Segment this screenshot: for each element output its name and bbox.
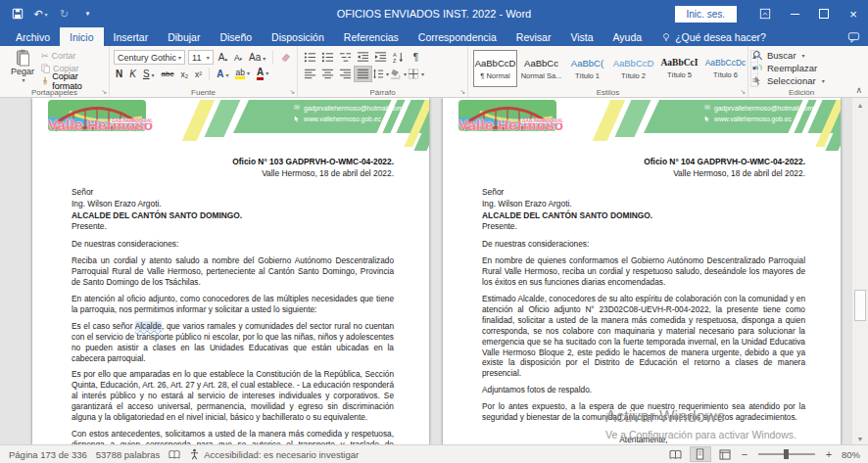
clear-formatting-button[interactable]	[278, 52, 293, 63]
scroll-down-icon[interactable]: ▼	[852, 432, 868, 445]
grow-font-button[interactable]: A▴	[217, 52, 229, 63]
tell-me-box[interactable]: ¿Qué desea hacer?	[651, 27, 776, 46]
align-center-button[interactable]	[319, 67, 336, 81]
oficio-number: Oficio N° 104 GADPRVH-O-WMC-04-2022.	[482, 157, 805, 166]
font-size-select[interactable]: 11▾	[188, 50, 214, 65]
clipboard-dialog-launcher[interactable]: ↘	[101, 88, 107, 96]
minimize-button[interactable]	[780, 0, 809, 27]
font-dialog-launcher[interactable]: ↘	[289, 88, 295, 96]
tab-referencias[interactable]: Referencias	[334, 27, 409, 46]
select-button[interactable]: Seleccionar▾	[752, 74, 850, 87]
tab-correspondencia[interactable]: Correspondencia	[409, 27, 506, 46]
align-left-button[interactable]	[302, 67, 318, 81]
comments-icon[interactable]	[847, 27, 860, 46]
shading-button[interactable]: ▾	[390, 67, 407, 81]
format-painter-button[interactable]: Copiar formato	[41, 75, 105, 86]
replace-button[interactable]: ab Reemplazar	[752, 62, 850, 74]
italic-button[interactable]: K	[127, 69, 138, 79]
customize-qat-icon[interactable]: ▾	[80, 7, 95, 21]
highlight-color-button[interactable]: ab▾	[233, 69, 251, 80]
bullets-button[interactable]	[302, 50, 318, 65]
page-indicator[interactable]: Página 173 de 336	[9, 449, 87, 460]
zoom-level[interactable]: 80%	[842, 449, 860, 460]
underline-button[interactable]: S▾	[141, 69, 157, 79]
style-normal-sa[interactable]: AaBbCcNormal Sa...	[519, 50, 563, 87]
tab-inicio[interactable]: Inicio	[60, 27, 104, 46]
document-page-1[interactable]: ✉gadprvallehermoso@hotmail.com www.valle…	[32, 98, 429, 445]
font-name-select[interactable]: Century Gothic▾	[114, 50, 185, 65]
shading-bucket-icon	[390, 68, 402, 80]
paragraph: En nombre de quienes conformamos el Gobi…	[482, 255, 805, 288]
style-titulo-5[interactable]: AaBbCcITítulo 5	[657, 50, 701, 87]
group-paragraph: AZ ¶ ▾ ▾ ▾ Párrafo ↘	[298, 46, 468, 97]
align-right-button[interactable]	[337, 67, 354, 81]
scissors-icon: ✂	[41, 51, 49, 61]
quick-access-toolbar: ↶▾ ↻ ▾	[0, 7, 95, 21]
sort-button[interactable]: AZ	[390, 50, 407, 65]
show-marks-button[interactable]: ¶	[408, 50, 424, 65]
save-icon[interactable]	[10, 7, 24, 21]
ribbon: Pegar ▾ ✂Cortar Copiar Copiar formato Po…	[0, 46, 868, 98]
tab-vista[interactable]: Vista	[560, 27, 603, 46]
zoom-slider-thumb[interactable]	[784, 449, 789, 459]
web-layout-icon[interactable]	[715, 447, 735, 461]
multilevel-list-button[interactable]	[337, 50, 354, 65]
close-button[interactable]: ×	[839, 0, 868, 27]
numbering-button[interactable]	[319, 50, 336, 65]
bold-button[interactable]: N	[114, 69, 124, 79]
print-layout-icon[interactable]	[691, 447, 710, 461]
subscript-button[interactable]: x₂	[179, 69, 191, 79]
sign-in-button[interactable]: Inic. ses.	[675, 6, 737, 23]
zoom-out-button[interactable]: −	[740, 448, 749, 460]
replace-icon: ab	[752, 63, 763, 73]
read-mode-icon[interactable]	[666, 447, 686, 461]
font-color-button[interactable]: A▾	[255, 68, 270, 80]
style-titulo-6[interactable]: AaBbCcDcTítulo 6	[703, 50, 747, 87]
collapse-ribbon-icon[interactable]: ∧	[855, 85, 862, 95]
style-titulo-1[interactable]: AaBbC(Título 1	[565, 50, 609, 87]
tab-revisar[interactable]: Revisar	[506, 27, 561, 46]
cut-button[interactable]: ✂Cortar	[41, 50, 105, 61]
strikethrough-button[interactable]: abc	[160, 69, 176, 78]
zoom-slider[interactable]	[758, 453, 815, 455]
scrollbar-thumb[interactable]	[854, 290, 866, 321]
tab-archivo[interactable]: Archivo	[6, 27, 60, 46]
ribbon-display-options-icon[interactable]	[750, 0, 780, 27]
paste-button[interactable]: Pegar ▾	[4, 49, 41, 86]
tab-insertar[interactable]: Insertar	[104, 27, 159, 46]
letterhead-web: www.vallehermoso.gob.ec	[714, 116, 792, 122]
style-normal[interactable]: AaBbCcD¶ Normal	[473, 50, 517, 87]
document-page-2[interactable]: ✉gadprvallehermoso@hotmail.com www.valle…	[443, 98, 841, 445]
zoom-in-button[interactable]: +	[824, 448, 834, 460]
styles-dialog-launcher[interactable]: ↘	[740, 88, 746, 96]
tab-diseno[interactable]: Diseño	[210, 27, 262, 46]
tab-disposicion[interactable]: Disposición	[262, 27, 334, 46]
line-spacing-button[interactable]: ▾	[372, 67, 389, 81]
accessibility-status[interactable]: Accesibilidad: es necesario investigar	[189, 448, 359, 460]
tab-dibujar[interactable]: Dibujar	[158, 27, 210, 46]
style-titulo-2[interactable]: AaBbCcDTítulo 2	[611, 50, 655, 87]
status-bar-right: − + 80%	[666, 447, 868, 461]
paragraph: Es por ello que amparadas en lo que esta…	[72, 369, 394, 423]
restore-button[interactable]	[809, 0, 839, 27]
proofing-icon[interactable]	[169, 449, 180, 460]
group-clipboard: Pegar ▾ ✂Cortar Copiar Copiar formato Po…	[0, 46, 110, 97]
change-case-button[interactable]: Aa▾	[247, 52, 267, 63]
letterhead-logo: Valle Hermoso GAD PARROQUIAL	[48, 100, 197, 151]
tab-ayuda[interactable]: Ayuda	[603, 27, 652, 46]
decrease-indent-button[interactable]	[355, 50, 371, 65]
increase-indent-button[interactable]	[372, 50, 389, 65]
superscript-button[interactable]: x²	[193, 69, 204, 79]
letterhead: ✉gadprvallehermoso@hotmail.com www.valle…	[443, 100, 841, 153]
find-button[interactable]: Buscar▾	[752, 49, 850, 62]
redo-icon[interactable]: ↻	[57, 7, 72, 21]
justify-button[interactable]	[355, 67, 371, 81]
borders-button[interactable]: ▾	[408, 67, 424, 81]
undo-icon[interactable]: ↶▾	[33, 7, 48, 21]
paragraph-dialog-launcher[interactable]: ↘	[459, 88, 465, 96]
text-effects-button[interactable]: A▾	[215, 69, 230, 79]
vertical-scrollbar[interactable]: ▲ ▼	[851, 98, 868, 445]
word-count[interactable]: 53788 palabras	[96, 449, 161, 460]
scroll-up-icon[interactable]: ▲	[852, 98, 868, 112]
shrink-font-button[interactable]: A▾	[232, 53, 244, 63]
